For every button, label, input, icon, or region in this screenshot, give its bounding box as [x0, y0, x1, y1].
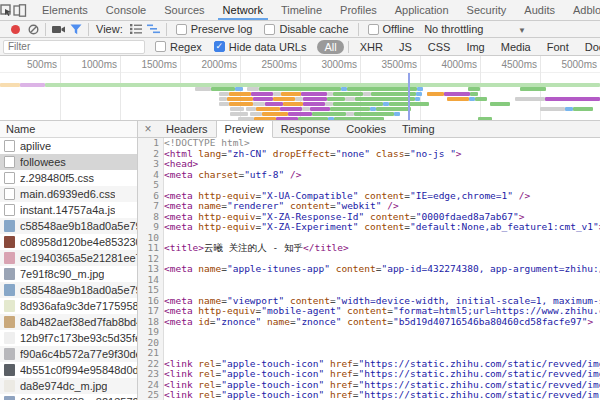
- waterfall-bar: [251, 92, 273, 96]
- filter-pill-doc[interactable]: Doc: [578, 40, 600, 54]
- tab-security[interactable]: Security: [458, 0, 516, 20]
- waterfall-bar: [573, 107, 593, 111]
- request-row[interactable]: 12b9f7c173be93c5d35fea2d...: [0, 330, 137, 346]
- panel-tabs: ElementsConsoleSourcesNetworkTimelinePro…: [33, 0, 600, 20]
- waterfall-bar: [347, 87, 417, 91]
- image-thumbnail-icon: [4, 380, 15, 392]
- request-row[interactable]: followees: [0, 154, 137, 170]
- hide-data-urls-checkbox[interactable]: ✓Hide data URLs: [214, 41, 307, 53]
- detail-tab-headers[interactable]: Headers: [158, 121, 216, 137]
- tab-application[interactable]: Application: [386, 0, 458, 20]
- checkbox-box[interactable]: [368, 24, 379, 35]
- request-row[interactable]: 8d936afa9c3de7175958fae5...: [0, 298, 137, 314]
- detail-tab-preview[interactable]: Preview: [216, 121, 273, 138]
- image-thumbnail-icon: [4, 348, 15, 360]
- checkbox-label: Regex: [170, 41, 202, 53]
- record-icon[interactable]: [6, 22, 24, 37]
- request-row[interactable]: ec1940365a5e21281ee71856...: [0, 250, 137, 266]
- divider: [358, 23, 359, 36]
- list-view-icon[interactable]: [127, 22, 145, 37]
- request-row[interactable]: main.d6939ed6.css: [0, 186, 137, 202]
- checkbox-box[interactable]: ✓: [214, 41, 225, 52]
- resource-type-filters: AllXHRJSCSSImgMediaFontDocWSManifestOthe…: [316, 40, 600, 54]
- request-row[interactable]: c08958d120be4e853230649...: [0, 234, 137, 250]
- tick-label: 2000ms: [181, 59, 237, 70]
- tab-console[interactable]: Console: [97, 0, 155, 20]
- request-row[interactable]: c58548ae9b18ad0a5e79fe4e...: [0, 282, 137, 298]
- waterfall-bar: [327, 97, 345, 101]
- waterfall-view-icon[interactable]: [145, 22, 163, 37]
- filter-icon[interactable]: [67, 22, 85, 37]
- checkbox-box[interactable]: [264, 24, 275, 35]
- request-row[interactable]: f90a6c4b572a77e9f30de153...: [0, 346, 137, 362]
- filter-pill-img[interactable]: Img: [459, 40, 491, 54]
- disable-cache-checkbox[interactable]: Disable cache: [264, 23, 348, 35]
- regex-checkbox[interactable]: Regex: [155, 41, 202, 53]
- request-row[interactable]: c58548ae9b18ad0a5e79fe4e...: [0, 218, 137, 234]
- preserve-log-checkbox[interactable]: Preserve log: [176, 23, 253, 35]
- waterfall-bar: [273, 92, 281, 96]
- network-overview[interactable]: 500ms1000ms1500ms2000ms2500ms3000ms3500m…: [0, 56, 600, 121]
- throttling-select[interactable]: No throttling: [424, 23, 483, 35]
- line-number: 19: [138, 327, 159, 338]
- capture-screenshots-icon[interactable]: [49, 22, 67, 37]
- filter-pill-css[interactable]: CSS: [421, 40, 458, 54]
- request-name: apilive: [20, 140, 51, 152]
- inspect-element-icon[interactable]: [0, 0, 13, 20]
- waterfall-bar: [256, 107, 280, 111]
- code-line: [164, 338, 600, 349]
- filter-pill-js[interactable]: JS: [392, 40, 419, 54]
- chevron-down-icon[interactable]: ▼: [518, 26, 526, 35]
- image-thumbnail-icon: [4, 396, 15, 400]
- image-thumbnail-icon: [4, 300, 15, 312]
- tab-profiles[interactable]: Profiles: [331, 0, 386, 20]
- waterfall-bar: [250, 112, 262, 116]
- close-icon[interactable]: ×: [138, 121, 158, 137]
- waterfall-bar: [253, 97, 273, 101]
- filter-pill-xhr[interactable]: XHR: [353, 40, 390, 54]
- line-number: 5: [138, 180, 159, 191]
- filter-pill-font[interactable]: Font: [540, 40, 576, 54]
- tab-network[interactable]: Network: [214, 0, 272, 20]
- tab-elements[interactable]: Elements: [33, 0, 97, 20]
- checkbox-label: Hide data URLs: [229, 41, 307, 53]
- request-row[interactable]: 4b551c0f994e95848d0dda09...: [0, 362, 137, 378]
- tab-timeline[interactable]: Timeline: [272, 0, 331, 20]
- divider: [348, 41, 349, 53]
- request-row[interactable]: 60486950f08ec8213572f0e7...: [0, 394, 137, 400]
- preview-source: 1234567891011121314151617181920212223242…: [138, 138, 600, 400]
- request-row[interactable]: apilive: [0, 138, 137, 154]
- request-name: da8e974dc_m.jpg: [20, 380, 107, 392]
- image-thumbnail-icon: [4, 268, 15, 280]
- detail-tab-cookies[interactable]: Cookies: [338, 121, 394, 137]
- offline-checkbox[interactable]: Offline: [368, 23, 415, 35]
- request-row[interactable]: 8ab482aef38ed7fab8bd4314...: [0, 314, 137, 330]
- detail-tab-timing[interactable]: Timing: [394, 121, 443, 137]
- clear-icon[interactable]: [24, 22, 42, 37]
- checkbox-box[interactable]: [155, 41, 166, 52]
- device-toolbar-icon[interactable]: [13, 0, 27, 20]
- request-row[interactable]: 7e91f8c90_m.jpg: [0, 266, 137, 282]
- network-split: Name apilivefolloweesz.298480f5.cssmain.…: [0, 121, 600, 400]
- tab-adblock-plus[interactable]: Adblock Plus: [564, 0, 600, 20]
- detail-tab-response[interactable]: Response: [273, 121, 339, 137]
- request-name: z.298480f5.css: [20, 172, 94, 184]
- request-row[interactable]: instant.14757a4a.js: [0, 202, 137, 218]
- request-row[interactable]: da8e974dc_m.jpg: [0, 378, 137, 394]
- tab-sources[interactable]: Sources: [155, 0, 213, 20]
- waterfall-bar: [470, 92, 478, 96]
- checkbox-box[interactable]: [176, 24, 187, 35]
- request-row[interactable]: z.298480f5.css: [0, 170, 137, 186]
- waterfall-bar: [273, 97, 295, 101]
- filter-pill-all[interactable]: All: [317, 40, 343, 54]
- tab-audits[interactable]: Audits: [515, 0, 564, 20]
- waterfall-bar: [235, 87, 243, 91]
- filter-input[interactable]: [3, 40, 145, 54]
- waterfall-bar: [415, 97, 420, 101]
- code-line: <meta charset="utf-8" />: [164, 170, 600, 181]
- waterfall-bar: [565, 107, 573, 111]
- line-number: 15: [138, 285, 159, 296]
- line-number: 7: [138, 201, 159, 212]
- filter-pill-media[interactable]: Media: [494, 40, 538, 54]
- name-column-header[interactable]: Name: [0, 121, 137, 138]
